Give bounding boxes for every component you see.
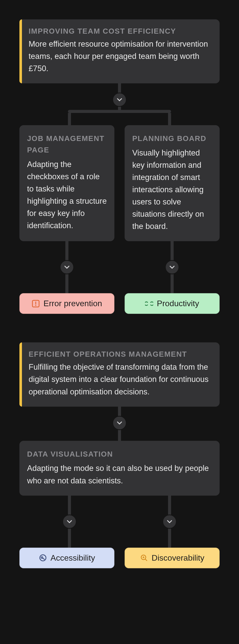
connector-root-to-children [19,83,220,125]
root-card-team-cost: IMPROVING TEAM COST EFFICIENCY More effi… [19,19,220,83]
tag-label: Accessibility [51,553,95,563]
connector-down-pair [19,496,220,548]
tag-productivity: Productivity [125,293,220,314]
chevron-down-icon [112,416,127,430]
sparkle-lens-icon [140,554,148,562]
node-title: JOB MANAGEMENT PAGE [27,133,107,156]
link-loop-icon [145,300,153,308]
node-job-management: JOB MANAGEMENT PAGE Adapting the checkbo… [19,125,114,241]
chevron-down-icon [165,260,179,274]
tags-row: Accessibility Discoverability [19,548,220,568]
connector-line [65,241,68,262]
node-data-visualisation: DATA VISUALISATION Adapting the mode so … [19,441,220,496]
connector-h-bar [19,110,220,113]
tag-label: Discoverability [152,553,204,563]
root-body: More efficient resource optimisation for… [29,38,210,75]
node-body: Adapting the checkboxes of a role to tas… [27,158,107,232]
connector-line [171,273,174,293]
node-title: DATA VISUALISATION [27,448,212,460]
chevron-down-icon [60,260,74,274]
node-planning-board: PLANNING BOARD Visually highlighted key … [125,125,220,241]
key-circle-icon [39,554,47,562]
connector-line [65,273,68,293]
node-body: Visually highlighted key information and… [132,147,212,233]
connector-line [171,241,174,262]
tag-accessibility: Accessibility [19,548,114,568]
connector-line [168,527,171,548]
section-ops-management: EFFICIENT OPERATIONS MANAGEMENT Fulfilli… [19,342,220,568]
node-title: PLANNING BOARD [132,133,212,144]
children-row: JOB MANAGEMENT PAGE Adapting the checkbo… [19,125,220,314]
tag-discoverability: Discoverability [125,548,220,568]
root-title: EFFICIENT OPERATIONS MANAGEMENT [29,350,210,358]
connector-node-to-tags [19,496,220,548]
root-card-ops: EFFICIENT OPERATIONS MANAGEMENT Fulfilli… [19,342,220,406]
connector-node-to-tag [125,241,220,293]
connector-line [168,113,171,125]
connector-down-pair [19,113,220,125]
tag-label: Error prevention [43,299,102,308]
connector-root-to-child [19,407,220,441]
connector-line [168,496,171,516]
connector-line [68,527,71,548]
connector-node-to-tag [19,241,114,293]
chevron-down-icon [112,93,127,107]
root-body: Fulfilling the objective of transforming… [29,361,210,398]
child-col-left: JOB MANAGEMENT PAGE Adapting the checkbo… [19,125,114,314]
tag-error-prevention: Error prevention [19,293,114,314]
tag-label: Productivity [157,299,199,308]
root-title: IMPROVING TEAM COST EFFICIENCY [29,27,210,35]
alert-square-icon [32,300,40,308]
connector-line [68,496,71,516]
node-body: Adapting the mode so it can also be used… [27,462,212,487]
chevron-down-icon [62,514,77,529]
connector-line [118,429,121,441]
chevron-down-icon [162,514,177,529]
child-col-right: PLANNING BOARD Visually highlighted key … [125,125,220,314]
connector-line [68,113,71,125]
section-team-cost: IMPROVING TEAM COST EFFICIENCY More effi… [19,19,220,314]
